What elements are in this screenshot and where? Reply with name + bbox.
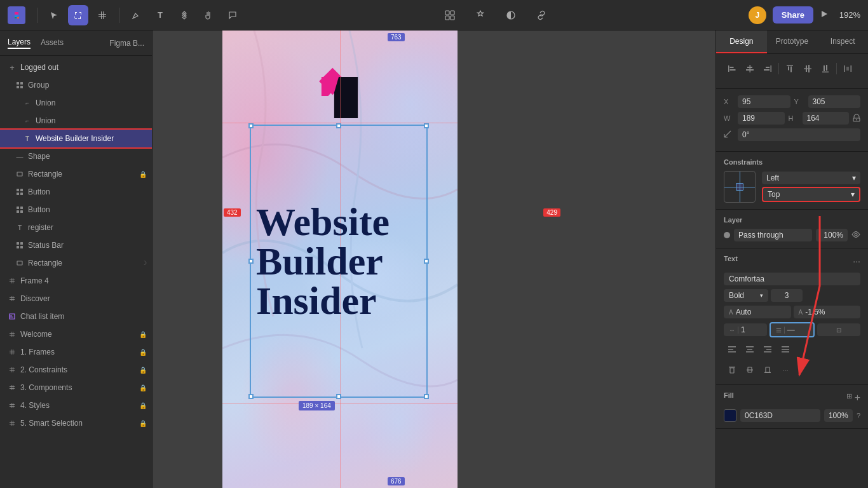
layer-mode-select[interactable]: Pass through: [734, 229, 812, 241]
figma-logo[interactable]: [8, 6, 25, 24]
align-top-btn[interactable]: [782, 60, 798, 77]
tab-layers[interactable]: Layers: [8, 37, 31, 49]
distribute-btn[interactable]: [839, 60, 856, 77]
paragraph-spacing-input[interactable]: ☰ —: [770, 322, 815, 337]
tab-assets[interactable]: Assets: [41, 38, 64, 48]
svg-rect-101: [766, 367, 770, 372]
comment-tool-btn[interactable]: [222, 5, 243, 25]
text-align-left-btn[interactable]: [724, 341, 740, 358]
layer-5-smart-selection[interactable]: 5. Smart Selection 🔒: [0, 414, 152, 432]
align-bottom-btn[interactable]: [817, 60, 834, 77]
layer-chat-list[interactable]: Chat list item: [0, 308, 152, 325]
align-right-btn[interactable]: [759, 60, 776, 77]
component-tool-btn[interactable]: [174, 5, 194, 25]
fill-color-swatch[interactable]: [724, 409, 736, 422]
layer-button-2[interactable]: Button: [0, 201, 152, 219]
svg-rect-30: [11, 278, 11, 283]
x-input[interactable]: 95: [738, 95, 790, 108]
layer-discover[interactable]: Discover: [0, 290, 152, 308]
zoom-level: 192%: [835, 10, 860, 20]
move-tool-btn[interactable]: [44, 5, 64, 25]
svg-rect-27: [17, 261, 22, 265]
fill-opacity-info-btn[interactable]: ?: [857, 412, 860, 419]
opacity-input[interactable]: 100%: [816, 229, 848, 241]
main-area: Layers Assets Figma B... + Logged out Gr…: [0, 30, 868, 488]
layer-union-1[interactable]: ⌐ Union: [0, 94, 152, 112]
layer-welcome[interactable]: Welcome 🔒: [0, 325, 152, 343]
text-align-center-btn[interactable]: [742, 341, 758, 358]
svg-rect-34: [11, 296, 11, 301]
line-height-input[interactable]: ↔ 1: [724, 323, 767, 336]
layer-2-constraints[interactable]: 2. Constraints 🔒: [0, 361, 152, 379]
link-btn[interactable]: [531, 5, 552, 25]
fill-opacity-input[interactable]: 100%: [824, 409, 853, 422]
extra-spacing-input[interactable]: ⊡: [817, 323, 860, 336]
angle-input[interactable]: 0°: [738, 128, 860, 141]
layer-website-builder[interactable]: T Website Builder Insider: [0, 130, 152, 147]
constraint-vertical[interactable]: Top ▾: [762, 187, 860, 202]
layer-rectangle-2[interactable]: Rectangle ☽: [0, 254, 152, 272]
fill-add-btn[interactable]: +: [855, 392, 860, 403]
text-more-options[interactable]: ···: [777, 362, 794, 378]
tab-figma-breadcrumb[interactable]: Figma B...: [109, 39, 144, 48]
text-selection-frame[interactable]: Website Builder Insider: [250, 125, 428, 398]
layer-union-2[interactable]: ⌐ Union: [0, 112, 152, 130]
align-middle-btn[interactable]: [799, 60, 816, 77]
layer-4-styles[interactable]: 4. Styles 🔒: [0, 396, 152, 414]
right-panel-tabs: Design Prototype Inspect: [716, 30, 868, 54]
font-family-select[interactable]: Comfortaa: [724, 273, 860, 285]
layer-1-frames[interactable]: 1. Frames 🔒: [0, 343, 152, 361]
select-tool-btn[interactable]: [68, 5, 88, 25]
font-size-input[interactable]: 3: [771, 289, 803, 302]
plus-icon: +: [8, 63, 17, 72]
layer-rectangle-1[interactable]: Rectangle 🔒: [0, 165, 152, 183]
h-input[interactable]: 164: [803, 112, 850, 125]
align-center-h-btn[interactable]: [742, 60, 758, 77]
layer-frame-4[interactable]: Frame 4: [0, 272, 152, 290]
hand-tool-btn[interactable]: [198, 5, 219, 25]
align-left-btn[interactable]: [724, 60, 740, 77]
tab-design[interactable]: Design: [716, 30, 767, 53]
share-button[interactable]: Share: [773, 6, 813, 24]
height-mode-select[interactable]: A Auto: [724, 306, 791, 318]
canvas[interactable]: Website Builder Insider 189 × 164 763 43…: [153, 30, 715, 488]
text-tool-btn[interactable]: T: [150, 5, 170, 25]
frame-tool-btn[interactable]: [92, 5, 112, 25]
layer-group[interactable]: Group: [0, 76, 152, 94]
constraint-horizontal[interactable]: Left ▾: [762, 172, 860, 184]
svg-rect-33: [10, 299, 15, 300]
visibility-toggle[interactable]: [851, 231, 860, 240]
y-input[interactable]: 305: [808, 95, 861, 108]
layer-shape[interactable]: — Shape: [0, 147, 152, 165]
svg-rect-8: [451, 16, 454, 20]
vert-top-btn[interactable]: [724, 362, 740, 378]
present-button[interactable]: [820, 10, 829, 20]
tab-prototype[interactable]: Prototype: [767, 30, 818, 53]
fill-grid-btn[interactable]: ⊞: [846, 392, 852, 403]
fill-hex-input[interactable]: 0C163D: [740, 409, 820, 422]
tab-inspect[interactable]: Inspect: [817, 30, 868, 53]
pen-tool-btn[interactable]: [126, 5, 146, 25]
w-input[interactable]: 189: [738, 112, 785, 125]
layer-register[interactable]: T register: [0, 219, 152, 236]
svg-rect-71: [790, 67, 792, 72]
chevron-down-icon-weight: ▾: [760, 292, 763, 299]
layer-button-1[interactable]: Button: [0, 183, 152, 201]
plugins-btn[interactable]: [470, 5, 491, 25]
font-weight-select[interactable]: Bold ▾: [724, 289, 768, 302]
vert-middle-btn[interactable]: [742, 362, 758, 378]
constrain-proportions-btn[interactable]: [853, 113, 860, 124]
status-bar-name: Status Bar: [28, 241, 147, 250]
svg-rect-47: [13, 367, 13, 372]
contrast-btn[interactable]: [501, 5, 521, 25]
layer-status-bar[interactable]: Status Bar: [0, 236, 152, 254]
vert-bottom-btn[interactable]: [759, 362, 776, 378]
layer-3-components[interactable]: 3. Components 🔒: [0, 379, 152, 396]
layer-section-logged-out[interactable]: + Logged out: [0, 58, 152, 76]
fill-title: Fill: [724, 391, 734, 399]
text-more-btn[interactable]: ···: [853, 256, 860, 266]
letter-spacing-input[interactable]: A -1.5%: [794, 306, 861, 318]
text-align-right-btn[interactable]: [759, 341, 776, 358]
component-set-btn[interactable]: [440, 5, 460, 25]
text-align-justify-btn[interactable]: [777, 341, 794, 358]
